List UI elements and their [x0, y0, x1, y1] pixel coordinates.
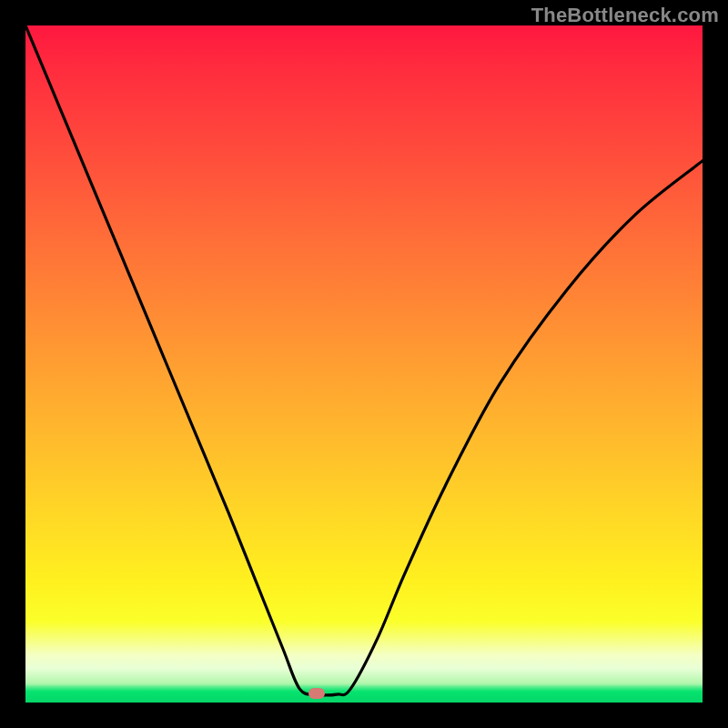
- watermark-label: TheBottleneck.com: [531, 4, 719, 27]
- optimal-point-marker: [308, 688, 325, 699]
- chart-frame: TheBottleneck.com: [0, 0, 728, 728]
- bottleneck-curve: [25, 25, 703, 703]
- plot-area: [25, 25, 703, 703]
